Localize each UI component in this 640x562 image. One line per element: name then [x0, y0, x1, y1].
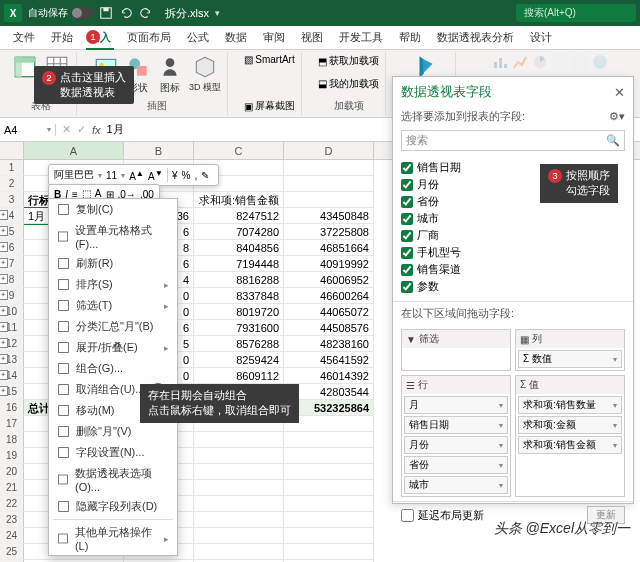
row-header[interactable]: 3	[0, 192, 24, 208]
row-header[interactable]: 17	[0, 416, 24, 432]
pivot-field-pane[interactable]: 数据透视表字段 ✕ 选择要添加到报表的字段: ⚙▾ 搜索 🔍 销售日期月份省份城…	[392, 76, 634, 504]
cell[interactable]: 7194448	[194, 256, 284, 272]
col-header[interactable]: D	[284, 142, 374, 159]
redo-icon[interactable]	[139, 6, 153, 20]
decrease-font-icon[interactable]: A▼	[148, 168, 163, 182]
tab-视图[interactable]: 视图	[294, 26, 330, 49]
expand-icon[interactable]: +	[0, 258, 8, 268]
drop-item[interactable]: 城市▾	[404, 476, 508, 494]
expand-icon[interactable]: +	[0, 226, 8, 236]
search-box[interactable]: 搜索(Alt+Q)	[516, 4, 636, 22]
columns-drop-area[interactable]: ▦ 列 Σ 数值▾	[515, 329, 625, 371]
row-header[interactable]: 23	[0, 512, 24, 528]
cell[interactable]: 37225808	[284, 224, 374, 240]
drop-item[interactable]: 求和项:销售数量▾	[518, 396, 622, 414]
expand-icon[interactable]: +	[0, 338, 8, 348]
tab-设计[interactable]: 设计	[523, 26, 559, 49]
menu-sort[interactable]: 排序(S)▸	[49, 274, 177, 295]
expand-icon[interactable]: +	[0, 306, 8, 316]
confirm-icon[interactable]: ✓	[77, 123, 86, 136]
tab-开始[interactable]: 开始	[44, 26, 80, 49]
row-header[interactable]: 6+	[0, 240, 24, 256]
menu-settings[interactable]: 字段设置(N)...	[49, 442, 177, 463]
row-header[interactable]: 12+	[0, 336, 24, 352]
cell[interactable]: 8337848	[194, 288, 284, 304]
defer-layout-checkbox[interactable]: 延迟布局更新	[401, 508, 484, 523]
font-name[interactable]: 阿里巴巴	[54, 168, 94, 182]
cell[interactable]: 8404856	[194, 240, 284, 256]
cell[interactable]: 43450848	[284, 208, 374, 224]
expand-icon[interactable]: +	[0, 386, 8, 396]
gear-icon[interactable]: ⚙▾	[609, 110, 625, 123]
chart-icon[interactable]	[572, 54, 588, 70]
row-header[interactable]: 2	[0, 176, 24, 192]
comma-icon[interactable]: ,	[194, 170, 197, 181]
my-addins-button[interactable]: ⬓ 我的加载项	[318, 77, 379, 91]
tab-数据透视表分析[interactable]: 数据透视表分析	[430, 26, 521, 49]
row-header[interactable]: 15+	[0, 384, 24, 400]
expand-icon[interactable]: +	[0, 274, 8, 284]
expand-icon[interactable]: +	[0, 370, 8, 380]
cell[interactable]: 8259424	[194, 352, 284, 368]
undo-icon[interactable]	[119, 6, 133, 20]
cell[interactable]: 8816288	[194, 272, 284, 288]
menu-copy[interactable]: 复制(C)	[49, 199, 177, 220]
screenshot-button[interactable]: ▣ 屏幕截图	[244, 99, 295, 113]
drop-item[interactable]: 月份▾	[404, 436, 508, 454]
field-手机型号[interactable]: 手机型号	[401, 244, 625, 261]
field-销售渠道[interactable]: 销售渠道	[401, 261, 625, 278]
currency-icon[interactable]: ¥	[172, 170, 178, 181]
row-header[interactable]: 22	[0, 496, 24, 512]
drop-item[interactable]: 求和项:销售金额▾	[518, 436, 622, 454]
drop-item[interactable]: 月▾	[404, 396, 508, 414]
cell[interactable]: 48238160	[284, 336, 374, 352]
cell[interactable]: 40919992	[284, 256, 374, 272]
cell[interactable]: 8609112	[194, 368, 284, 384]
row-header[interactable]: 7+	[0, 256, 24, 272]
cell[interactable]: 44065072	[284, 304, 374, 320]
tab-公式[interactable]: 公式	[180, 26, 216, 49]
font-size[interactable]: 11	[106, 170, 117, 181]
chart-icon[interactable]	[492, 54, 508, 70]
context-menu[interactable]: 复制(C)设置单元格格式(F)...刷新(R)排序(S)▸筛选(T)▸分类汇总"…	[48, 198, 178, 556]
tab-审阅[interactable]: 审阅	[256, 26, 292, 49]
row-header[interactable]: 16	[0, 400, 24, 416]
row-header[interactable]: 10+	[0, 304, 24, 320]
tab-开发工具[interactable]: 开发工具	[332, 26, 390, 49]
smartart-button[interactable]: ▧ SmartArt	[244, 54, 294, 65]
name-box[interactable]: A4▾	[0, 124, 56, 136]
mini-toolbar[interactable]: 阿里巴巴▾ 11▾ A▲ A▼ ¥ % , ✎	[48, 164, 219, 186]
autosave-toggle[interactable]: 自动保存	[28, 6, 93, 20]
cell[interactable]: 7074280	[194, 224, 284, 240]
expand-icon[interactable]: +	[0, 290, 8, 300]
rows-drop-area[interactable]: ☰ 行 月▾销售日期▾月份▾省份▾城市▾	[401, 375, 511, 497]
row-header[interactable]: 4+	[0, 208, 24, 224]
menu-hide[interactable]: 隐藏字段列表(D)	[49, 496, 177, 517]
row-header[interactable]: 14+	[0, 368, 24, 384]
expand-icon[interactable]: +	[0, 242, 8, 252]
tab-帮助[interactable]: 帮助	[392, 26, 428, 49]
row-header[interactable]: 1	[0, 160, 24, 176]
chart-icon[interactable]	[512, 54, 528, 70]
get-addins-button[interactable]: ⬒ 获取加载项	[318, 54, 379, 68]
field-search[interactable]: 搜索 🔍	[401, 130, 625, 151]
cancel-icon[interactable]: ✕	[62, 123, 71, 136]
cell[interactable]: 8576288	[194, 336, 284, 352]
menu-other[interactable]: 其他单元格操作(L)▸	[49, 522, 177, 555]
increase-font-icon[interactable]: A▲	[129, 168, 144, 182]
menu-filter[interactable]: 筛选(T)▸	[49, 295, 177, 316]
tab-文件[interactable]: 文件	[6, 26, 42, 49]
formula-content[interactable]: 1月	[107, 122, 124, 137]
cell[interactable]: 46006952	[284, 272, 374, 288]
percent-icon[interactable]: %	[182, 170, 191, 181]
row-header[interactable]: 21	[0, 480, 24, 496]
cell[interactable]: 46851664	[284, 240, 374, 256]
menu-expand[interactable]: 展开/折叠(E)▸	[49, 337, 177, 358]
save-icon[interactable]	[99, 6, 113, 20]
cell[interactable]: 8247512	[194, 208, 284, 224]
menu-delete[interactable]: 删除"月"(V)	[49, 421, 177, 442]
close-icon[interactable]: ✕	[614, 85, 625, 100]
field-城市[interactable]: 城市	[401, 210, 625, 227]
cell[interactable]: 46600264	[284, 288, 374, 304]
expand-icon[interactable]: +	[0, 322, 8, 332]
